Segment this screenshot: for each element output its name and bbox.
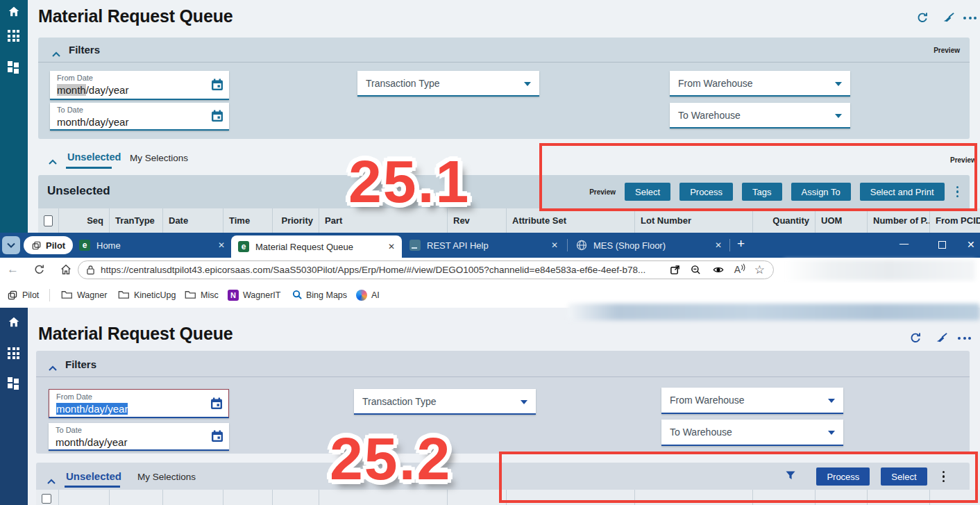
chevron-down-icon[interactable] [828, 431, 835, 435]
close-window-icon[interactable]: ✕ [967, 239, 975, 250]
column-date[interactable]: Date [163, 208, 223, 233]
bookmark-workspace-pilot[interactable]: Pilot [22, 290, 39, 300]
column-uom[interactable]: UOM [816, 208, 868, 233]
zoom-out-icon[interactable] [691, 265, 701, 278]
workspace-pill[interactable]: Pilot [24, 236, 73, 254]
from-date-month-segment[interactable]: month [57, 84, 86, 96]
apps-grid-icon[interactable] [8, 347, 20, 360]
transaction-type-dropdown[interactable]: Transaction Type [357, 71, 539, 97]
to-warehouse-dropdown[interactable]: To Warehouse [661, 420, 843, 446]
browser-refresh-icon[interactable] [33, 263, 46, 279]
from-warehouse-dropdown[interactable]: From Warehouse [661, 388, 843, 414]
bookmark-ai[interactable]: AI [371, 290, 380, 300]
column-from-pcid[interactable]: From PCID [930, 208, 980, 233]
select-all-checkbox[interactable] [44, 215, 53, 226]
onenote-icon[interactable]: N [228, 290, 239, 301]
from-date-selected-text[interactable]: month/day/year [56, 403, 128, 415]
tab-unselected[interactable]: Unselected [67, 151, 121, 163]
url-field[interactable]: https://centralusdtpilot43.epicorsaas.co… [78, 260, 774, 279]
maximize-icon[interactable] [938, 241, 946, 249]
chevron-down-icon[interactable] [828, 399, 835, 403]
folder-icon[interactable] [61, 290, 73, 302]
column-time[interactable]: Time [223, 208, 273, 233]
open-in-new-icon[interactable] [670, 265, 680, 278]
calendar-icon[interactable] [211, 430, 223, 445]
to-date-field[interactable]: To Date month/day/year [50, 103, 229, 131]
tab-my-selections[interactable]: My Selections [130, 153, 188, 163]
clear-filters-broom-icon[interactable] [942, 11, 955, 27]
to-date-field[interactable]: To Date month/day/year [49, 423, 229, 451]
column-attribute-set[interactable]: Attribute Set [507, 208, 635, 233]
tab-close-icon[interactable]: ✕ [218, 241, 225, 249]
calendar-icon[interactable] [211, 110, 223, 125]
tab-unselected[interactable]: Unselected [66, 470, 121, 482]
collapse-chevron-icon[interactable] [52, 47, 60, 60]
select-all-checkbox[interactable] [42, 494, 51, 504]
from-date-value[interactable]: month/day/year [57, 84, 128, 96]
chevron-down-icon[interactable] [524, 82, 531, 86]
chevron-down-icon[interactable] [835, 82, 842, 86]
select-all-cell[interactable] [38, 208, 59, 233]
browser-tab-mes[interactable]: MES (Shop Floor) ✕ [571, 236, 727, 254]
column-lot-number[interactable]: Lot Number [635, 208, 753, 233]
column-trantype[interactable]: TranType [110, 208, 163, 233]
apps-grid-icon[interactable] [8, 30, 20, 42]
folder-icon[interactable] [118, 290, 130, 302]
workspaces-icon[interactable] [7, 290, 18, 304]
to-warehouse-dropdown[interactable]: To Warehouse [670, 103, 850, 129]
bookmark-bing-maps[interactable]: Bing Maps [306, 290, 347, 300]
clear-filters-broom-icon[interactable] [935, 331, 948, 347]
refresh-icon[interactable] [909, 331, 922, 347]
collapse-chevron-icon[interactable] [47, 474, 56, 487]
home-icon[interactable] [8, 6, 20, 18]
column-number-of-p[interactable]: Number of P... [868, 208, 930, 233]
column-priority[interactable]: Priority [273, 208, 319, 233]
new-tab-icon[interactable]: + [737, 236, 745, 251]
bookmark-kineticupg[interactable]: KineticUpg [134, 290, 176, 300]
back-icon[interactable]: ← [7, 263, 19, 276]
overflow-menu-icon[interactable] [958, 337, 971, 340]
browser-tab-home[interactable]: e Home ✕ [74, 236, 230, 254]
home-icon[interactable] [8, 316, 20, 329]
bookmark-misc[interactable]: Misc [201, 290, 219, 300]
select-all-cell[interactable] [36, 490, 59, 505]
from-date-rest-segment[interactable]: /day/year [86, 84, 129, 96]
browser-tab-rest-api[interactable]: REST API Help ✕ [404, 236, 564, 254]
collapse-chevron-icon[interactable] [49, 361, 57, 374]
tab-my-selections[interactable]: My Selections [137, 472, 196, 482]
favorites-star-icon[interactable]: ☆ [754, 263, 765, 277]
tab-close-icon[interactable]: ✕ [551, 241, 558, 249]
empty-cell [448, 490, 507, 505]
tab-search-button[interactable] [2, 236, 20, 254]
to-date-value[interactable]: month/day/year [56, 436, 127, 448]
search-icon[interactable] [292, 290, 303, 303]
from-date-value[interactable]: month/day/year [56, 403, 128, 415]
refresh-icon[interactable] [916, 11, 929, 27]
column-seq[interactable]: Seq [59, 208, 110, 233]
overflow-menu-icon[interactable] [963, 17, 977, 19]
calendar-icon[interactable] [210, 397, 223, 413]
column-quantity[interactable]: Quantity [753, 208, 816, 233]
copilot-icon[interactable] [356, 290, 367, 301]
tab-close-icon[interactable]: ✕ [388, 242, 395, 251]
calendar-icon[interactable] [211, 78, 223, 94]
chevron-down-icon[interactable] [521, 400, 527, 404]
minimize-icon[interactable]: — [899, 238, 909, 249]
url-text[interactable]: https://centralusdtpilot43.epicorsaas.co… [101, 265, 666, 275]
bookmark-wagner[interactable]: Wagner [77, 290, 107, 300]
read-aloud-icon[interactable]: A [734, 263, 745, 275]
browser-tab-active[interactable]: e Material Request Queue ✕ [231, 235, 402, 258]
transaction-type-dropdown[interactable]: Transaction Type [354, 389, 536, 415]
eye-icon[interactable] [713, 265, 724, 277]
bookmark-wagnerit[interactable]: WagnerIT [243, 290, 280, 300]
to-date-value[interactable]: month/day/year [57, 116, 128, 128]
browser-home-icon[interactable] [60, 263, 72, 279]
chevron-down-icon[interactable] [835, 114, 842, 118]
tab-close-icon[interactable]: ✕ [715, 241, 722, 249]
folder-icon[interactable] [185, 290, 196, 302]
from-warehouse-dropdown[interactable]: From Warehouse [670, 71, 850, 97]
from-date-field[interactable]: From Date month/day/year [50, 71, 229, 100]
from-warehouse-label: From Warehouse [678, 78, 753, 89]
collapse-chevron-icon[interactable] [49, 155, 57, 167]
from-date-field-focused[interactable]: From Date month/day/year [49, 389, 229, 418]
